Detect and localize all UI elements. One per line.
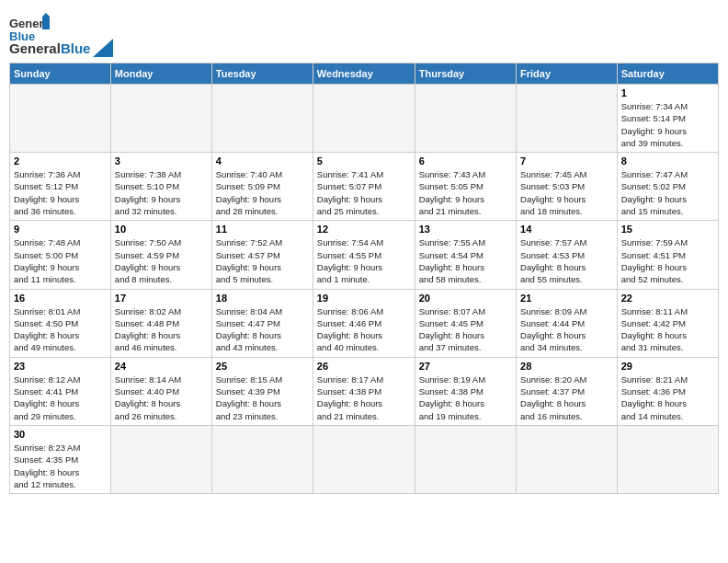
page-header: General Blue General Blue [9, 9, 719, 57]
calendar-cell [211, 425, 313, 493]
logo-text-general: General [9, 40, 61, 56]
calendar-cell: 30Sunrise: 8:23 AM Sunset: 4:35 PM Dayli… [10, 425, 111, 493]
day-number: 10 [115, 224, 208, 235]
calendar-cell [415, 425, 516, 493]
calendar-cell [617, 425, 718, 493]
day-number: 29 [621, 361, 714, 372]
day-info: Sunrise: 8:23 AM Sunset: 4:35 PM Dayligh… [14, 442, 107, 490]
calendar-cell: 25Sunrise: 8:15 AM Sunset: 4:39 PM Dayli… [211, 357, 313, 425]
day-info: Sunrise: 8:07 AM Sunset: 4:45 PM Dayligh… [419, 305, 512, 354]
day-number: 24 [115, 361, 208, 372]
day-info: Sunrise: 7:41 AM Sunset: 5:07 PM Dayligh… [317, 168, 411, 217]
week-row-3: 9Sunrise: 7:48 AM Sunset: 5:00 PM Daylig… [10, 221, 719, 289]
calendar-cell: 7Sunrise: 7:45 AM Sunset: 5:03 PM Daylig… [517, 153, 618, 221]
day-number: 8 [621, 155, 714, 167]
calendar-cell [211, 85, 313, 153]
day-info: Sunrise: 8:09 AM Sunset: 4:44 PM Dayligh… [520, 305, 613, 354]
day-info: Sunrise: 8:04 AM Sunset: 4:47 PM Dayligh… [216, 305, 309, 354]
calendar-cell [110, 425, 211, 493]
calendar-cell [10, 85, 111, 153]
calendar-cell [313, 425, 415, 493]
day-number: 17 [115, 293, 208, 304]
calendar-cell: 10Sunrise: 7:50 AM Sunset: 4:59 PM Dayli… [110, 221, 211, 289]
day-number: 1 [621, 87, 714, 98]
day-number: 23 [14, 361, 107, 372]
day-number: 19 [317, 293, 411, 304]
day-number: 4 [216, 155, 309, 167]
day-number: 6 [419, 155, 512, 167]
day-info: Sunrise: 7:59 AM Sunset: 4:51 PM Dayligh… [621, 236, 714, 285]
day-number: 3 [115, 155, 208, 167]
day-info: Sunrise: 8:02 AM Sunset: 4:48 PM Dayligh… [115, 305, 208, 354]
day-number: 5 [317, 155, 411, 167]
calendar-cell: 13Sunrise: 7:55 AM Sunset: 4:54 PM Dayli… [415, 221, 516, 289]
day-number: 15 [621, 224, 714, 235]
calendar-cell: 18Sunrise: 8:04 AM Sunset: 4:47 PM Dayli… [211, 289, 313, 357]
day-number: 16 [14, 293, 107, 304]
calendar-cell: 28Sunrise: 8:20 AM Sunset: 4:37 PM Dayli… [517, 357, 618, 425]
day-number: 28 [520, 361, 613, 372]
calendar-cell: 4Sunrise: 7:40 AM Sunset: 5:09 PM Daylig… [211, 153, 313, 221]
weekday-header-sunday: Sunday [10, 63, 111, 85]
day-number: 9 [14, 224, 107, 235]
day-number: 12 [317, 224, 411, 235]
day-number: 21 [520, 293, 613, 304]
calendar-cell: 29Sunrise: 8:21 AM Sunset: 4:36 PM Dayli… [617, 357, 718, 425]
calendar-cell: 20Sunrise: 8:07 AM Sunset: 4:45 PM Dayli… [415, 289, 516, 357]
calendar-cell [415, 85, 516, 153]
calendar-cell: 14Sunrise: 7:57 AM Sunset: 4:53 PM Dayli… [517, 221, 618, 289]
day-info: Sunrise: 8:01 AM Sunset: 4:50 PM Dayligh… [14, 305, 107, 354]
day-number: 30 [14, 429, 107, 440]
day-info: Sunrise: 7:50 AM Sunset: 4:59 PM Dayligh… [115, 236, 208, 285]
day-info: Sunrise: 8:21 AM Sunset: 4:36 PM Dayligh… [621, 373, 714, 422]
day-info: Sunrise: 8:06 AM Sunset: 4:46 PM Dayligh… [317, 305, 411, 354]
day-info: Sunrise: 7:47 AM Sunset: 5:02 PM Dayligh… [621, 168, 714, 217]
calendar-cell: 17Sunrise: 8:02 AM Sunset: 4:48 PM Dayli… [110, 289, 211, 357]
calendar-cell [110, 85, 211, 153]
svg-marker-2 [42, 17, 50, 29]
day-number: 27 [419, 361, 512, 372]
day-info: Sunrise: 8:15 AM Sunset: 4:39 PM Dayligh… [216, 373, 309, 422]
calendar-cell: 2Sunrise: 7:36 AM Sunset: 5:12 PM Daylig… [10, 153, 111, 221]
day-number: 2 [14, 155, 107, 167]
calendar-cell: 15Sunrise: 7:59 AM Sunset: 4:51 PM Dayli… [617, 221, 718, 289]
week-row-1: 1Sunrise: 7:34 AM Sunset: 5:14 PM Daylig… [10, 85, 719, 153]
calendar-cell: 24Sunrise: 8:14 AM Sunset: 4:40 PM Dayli… [110, 357, 211, 425]
calendar-table: SundayMondayTuesdayWednesdayThursdayFrid… [9, 63, 719, 494]
week-row-2: 2Sunrise: 7:36 AM Sunset: 5:12 PM Daylig… [10, 153, 719, 221]
weekday-header-monday: Monday [110, 63, 211, 85]
day-info: Sunrise: 7:57 AM Sunset: 4:53 PM Dayligh… [520, 236, 613, 285]
day-number: 22 [621, 293, 714, 304]
day-info: Sunrise: 8:11 AM Sunset: 4:42 PM Dayligh… [621, 305, 714, 354]
calendar-cell [517, 425, 618, 493]
calendar-cell: 12Sunrise: 7:54 AM Sunset: 4:55 PM Dayli… [313, 221, 415, 289]
weekday-header-thursday: Thursday [415, 63, 516, 85]
weekday-header-row: SundayMondayTuesdayWednesdayThursdayFrid… [10, 63, 719, 85]
day-info: Sunrise: 8:20 AM Sunset: 4:37 PM Dayligh… [520, 373, 613, 422]
calendar-cell: 9Sunrise: 7:48 AM Sunset: 5:00 PM Daylig… [10, 221, 111, 289]
day-number: 14 [520, 224, 613, 235]
day-number: 26 [317, 361, 411, 372]
logo: General Blue General Blue [9, 9, 113, 57]
week-row-5: 23Sunrise: 8:12 AM Sunset: 4:41 PM Dayli… [10, 357, 719, 425]
day-info: Sunrise: 7:54 AM Sunset: 4:55 PM Dayligh… [317, 236, 411, 285]
day-info: Sunrise: 7:45 AM Sunset: 5:03 PM Dayligh… [520, 168, 613, 217]
calendar-cell: 8Sunrise: 7:47 AM Sunset: 5:02 PM Daylig… [617, 153, 718, 221]
weekday-header-friday: Friday [517, 63, 618, 85]
calendar-cell: 1Sunrise: 7:34 AM Sunset: 5:14 PM Daylig… [617, 85, 718, 153]
svg-marker-3 [42, 13, 50, 17]
day-info: Sunrise: 8:17 AM Sunset: 4:38 PM Dayligh… [317, 373, 411, 422]
calendar-cell: 21Sunrise: 8:09 AM Sunset: 4:44 PM Dayli… [517, 289, 618, 357]
calendar-cell: 11Sunrise: 7:52 AM Sunset: 4:57 PM Dayli… [211, 221, 313, 289]
calendar-cell: 27Sunrise: 8:19 AM Sunset: 4:38 PM Dayli… [415, 357, 516, 425]
svg-marker-4 [93, 39, 113, 57]
logo-triangle-icon [93, 39, 113, 57]
day-info: Sunrise: 7:48 AM Sunset: 5:00 PM Dayligh… [14, 236, 107, 285]
day-info: Sunrise: 7:43 AM Sunset: 5:05 PM Dayligh… [419, 168, 512, 217]
day-number: 18 [216, 293, 309, 304]
week-row-4: 16Sunrise: 8:01 AM Sunset: 4:50 PM Dayli… [10, 289, 719, 357]
weekday-header-tuesday: Tuesday [211, 63, 313, 85]
day-info: Sunrise: 8:12 AM Sunset: 4:41 PM Dayligh… [14, 373, 107, 422]
day-info: Sunrise: 7:40 AM Sunset: 5:09 PM Dayligh… [216, 168, 309, 217]
day-info: Sunrise: 8:14 AM Sunset: 4:40 PM Dayligh… [115, 373, 208, 422]
